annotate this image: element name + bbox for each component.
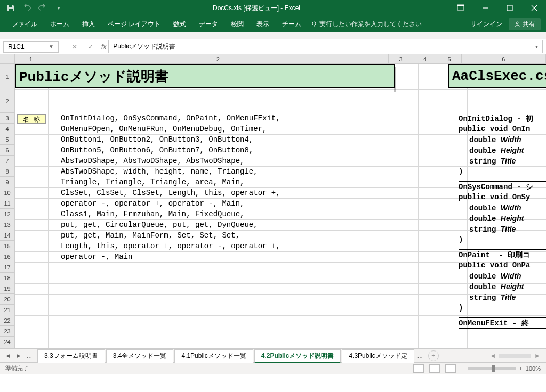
formula-input[interactable]: Publicメソッド説明書 ▾	[108, 40, 543, 53]
ribbon-options-icon[interactable]	[449, 0, 472, 16]
tab-file[interactable]: ファイル	[5, 16, 44, 32]
view-normal-icon[interactable]	[413, 364, 424, 373]
row-header[interactable]: 14	[0, 230, 14, 241]
tab-scroll-right-icon[interactable]: ►	[534, 352, 541, 360]
row-header[interactable]: 13	[0, 219, 14, 230]
tab-insert[interactable]: 挿入	[76, 16, 101, 32]
method-line[interactable]: put, get, Main, MainForm, Set, Set, Set,	[61, 231, 240, 240]
row-header[interactable]: 7	[0, 156, 14, 166]
title-cell[interactable]: Publicメソッド説明書	[15, 64, 395, 88]
block-head[interactable]: OnMenuFExit - 終	[459, 318, 529, 328]
save-icon[interactable]	[5, 3, 16, 13]
col-header[interactable]: 2	[47, 54, 389, 63]
method-line[interactable]: operator -, Main	[61, 252, 132, 261]
cells-area[interactable]: Publicメソッド説明書 AaClsExec.cs 名 称 OnInitDia…	[15, 64, 546, 348]
col-header[interactable]: 3	[389, 54, 413, 63]
method-line[interactable]: OnButton1, OnButton2, OnButton3, OnButto…	[61, 135, 253, 144]
enter-formula-icon[interactable]: ✓	[85, 43, 96, 51]
method-line[interactable]: ClsSet, ClsSet, ClsSet, Length, this, op…	[61, 189, 280, 197]
row-header[interactable]: 1	[0, 64, 14, 89]
tell-me[interactable]: 実行したい作業を入力してください	[311, 20, 422, 29]
row-header[interactable]: 20	[0, 294, 14, 305]
block-param[interactable]: string Title	[469, 225, 516, 234]
row-header[interactable]: 9	[0, 177, 14, 187]
row-header[interactable]: 8	[0, 166, 14, 177]
minimize-button[interactable]	[473, 0, 497, 16]
row-header[interactable]: 3	[0, 113, 14, 124]
share-button[interactable]: 共有	[509, 18, 541, 30]
col-header[interactable]: 5	[437, 54, 461, 63]
tab-last-icon[interactable]: ►	[15, 352, 22, 360]
method-line[interactable]: Length, this, operator +, operator -, op…	[61, 242, 280, 250]
block-param[interactable]: double Width	[469, 135, 521, 144]
spreadsheet-grid[interactable]: 1 2 3 4 5 6 1 2 3 4 5 6 7 8 9 10 11 12 1…	[0, 54, 546, 348]
method-line[interactable]: OnInitDialog, OnSysCommand, OnPaint, OnM…	[61, 114, 280, 123]
title-cell-2[interactable]: AaClsExec.cs	[448, 64, 546, 88]
row-header[interactable]: 22	[0, 315, 14, 326]
qat-dropdown-icon[interactable]: ▼	[53, 3, 64, 13]
row-header[interactable]: 24	[0, 337, 14, 347]
tab-more[interactable]: ...	[415, 352, 425, 360]
row-header[interactable]: 2	[0, 89, 14, 113]
maximize-button[interactable]	[498, 0, 521, 16]
add-sheet-button[interactable]: +	[428, 350, 439, 361]
block-sig[interactable]: public void OnSy	[459, 193, 530, 201]
sheet-tab[interactable]: 3.3フォーム説明書	[37, 349, 105, 363]
row-header[interactable]: 6	[0, 145, 14, 156]
tab-scroll-left-icon[interactable]: ◄	[489, 352, 496, 360]
row-header[interactable]: 5	[0, 134, 14, 145]
method-line[interactable]: AbsTwoDShape, width, height, name, Trian…	[61, 167, 258, 176]
tab-review[interactable]: 校閲	[224, 16, 250, 32]
view-pagelayout-icon[interactable]	[429, 364, 440, 373]
close-button[interactable]	[523, 0, 546, 16]
method-line[interactable]: AbsTwoDShape, AbsTwoDShape, AbsTwoDShape…	[61, 157, 244, 165]
block-param[interactable]: double Height	[469, 146, 524, 155]
block-sig[interactable]: public void OnPa	[459, 261, 530, 270]
zoom-out-button[interactable]: −	[461, 365, 464, 372]
block-head[interactable]: OnPaint - 印刷コ	[459, 250, 530, 260]
block-param[interactable]: double Height	[469, 214, 524, 223]
redo-icon[interactable]	[37, 3, 48, 13]
block-head[interactable]: OnSysCommand - シ	[459, 182, 533, 192]
block-end[interactable]: )	[459, 304, 463, 312]
row-header[interactable]: 4	[0, 124, 14, 134]
undo-icon[interactable]	[21, 3, 32, 13]
tab-pagelayout[interactable]: ページ レイアウト	[101, 16, 167, 32]
tab-formulas[interactable]: 数式	[167, 16, 192, 32]
tab-team[interactable]: チーム	[276, 16, 308, 32]
row-header[interactable]: 19	[0, 283, 14, 294]
tab-data[interactable]: データ	[192, 16, 224, 32]
block-head[interactable]: OnInitDialog - 初	[459, 114, 533, 124]
col-header[interactable]: 4	[413, 54, 437, 63]
view-pagebreak-icon[interactable]	[445, 364, 456, 373]
row-header[interactable]: 16	[0, 251, 14, 262]
col-header[interactable]: 6	[462, 54, 546, 63]
block-sig[interactable]: public void OnIn	[459, 125, 530, 133]
row-header[interactable]: 15	[0, 241, 14, 251]
zoom-slider[interactable]	[468, 368, 516, 370]
select-all-corner[interactable]	[0, 54, 15, 63]
sheet-tab[interactable]: 4.2Publicメソッド説明書	[254, 349, 341, 363]
tab-ellipsis[interactable]: ...	[26, 352, 33, 360]
sheet-tab[interactable]: 3.4全メソッド一覧	[106, 349, 174, 363]
block-param[interactable]: string Title	[469, 157, 516, 166]
row-header[interactable]: 12	[0, 209, 14, 219]
zoom-value[interactable]: 100%	[526, 365, 541, 372]
method-line[interactable]: Class1, Main, Frmzuhan, Main, FixedQueue…	[61, 210, 244, 218]
row-header[interactable]: 10	[0, 187, 14, 198]
block-param[interactable]: double Width	[469, 203, 521, 213]
expand-formula-icon[interactable]: ▾	[535, 44, 538, 50]
zoom-in-button[interactable]: +	[519, 365, 522, 372]
block-param[interactable]: double Height	[469, 282, 524, 291]
tab-view[interactable]: 表示	[250, 16, 276, 32]
row-header[interactable]: 18	[0, 273, 14, 283]
signin-link[interactable]: サインイン	[470, 20, 502, 29]
fx-icon[interactable]: fx	[101, 43, 106, 51]
method-line[interactable]: operator -, operator +, operator -, Main…	[61, 199, 244, 208]
col-header[interactable]: 1	[15, 54, 47, 63]
block-end[interactable]: )	[459, 167, 463, 176]
block-end[interactable]: )	[459, 235, 463, 244]
method-line[interactable]: OnMenuFOpen, OnMenuFRun, OnMenuDebug, On…	[61, 125, 267, 133]
method-line[interactable]: OnButton5, OnButton6, OnButton7, OnButto…	[61, 146, 253, 154]
row-header[interactable]: 17	[0, 262, 14, 273]
